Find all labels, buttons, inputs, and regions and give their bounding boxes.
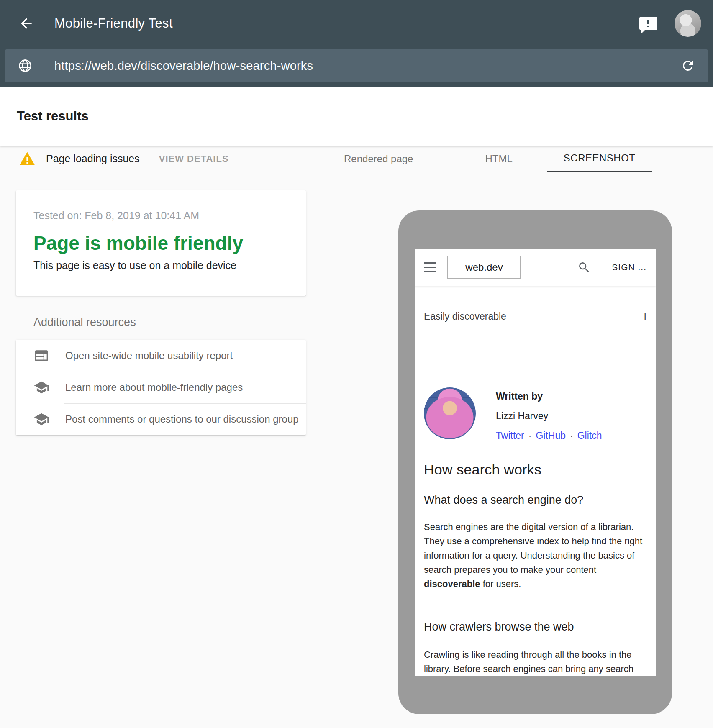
resource-discussion-group[interactable]: Post comments or questions to our discus… <box>16 403 306 435</box>
school-icon <box>33 411 49 427</box>
author-avatar <box>424 387 476 439</box>
author-name: Lizzi Harvey <box>496 410 602 422</box>
article-title: How search works <box>424 461 646 478</box>
left-panel: Page loading issues VIEW DETAILS Tested … <box>0 146 322 728</box>
feedback-icon <box>639 17 657 30</box>
issues-label: Page loading issues <box>46 153 140 165</box>
resource-label: Post comments or questions to our discus… <box>65 413 299 425</box>
result-card: Tested on: Feb 8, 2019 at 10:41 AM Page … <box>16 190 306 296</box>
tested-on-timestamp: Tested on: Feb 8, 2019 at 10:41 AM <box>33 210 288 222</box>
hamburger-menu-icon <box>424 262 436 272</box>
article: How search works What does a search engi… <box>415 461 656 676</box>
globe-icon <box>18 58 33 73</box>
school-icon <box>33 379 49 395</box>
tab-rendered-page[interactable]: Rendered page <box>339 146 418 172</box>
section-heading: How crawlers browse the web <box>424 620 646 633</box>
tab-screenshot[interactable]: SCREENSHOT <box>547 146 652 172</box>
resources-card: Open site-wide mobile usability report L… <box>16 340 306 435</box>
resource-label: Open site-wide mobile usability report <box>65 350 233 361</box>
section-body: Crawling is like reading through all the… <box>424 648 646 676</box>
app-bar: Mobile-Friendly Test https://web.dev/dis… <box>0 0 713 87</box>
refresh-button[interactable] <box>680 58 695 73</box>
github-link: GitHub <box>536 430 566 441</box>
additional-resources-heading: Additional resources <box>33 316 322 329</box>
main-area: Page loading issues VIEW DETAILS Tested … <box>0 146 713 728</box>
url-bar[interactable]: https://web.dev/discoverable/how-search-… <box>5 49 708 82</box>
feedback-button[interactable] <box>639 17 657 30</box>
link-separator: · <box>528 430 532 441</box>
author-links: Twitter·GitHub·Glitch <box>496 430 602 441</box>
verdict-description: This page is easy to use on a mobile dev… <box>33 259 288 272</box>
page-loading-issues-row: Page loading issues VIEW DETAILS <box>0 146 322 172</box>
screenshot-site-header: web.dev SIGN ... <box>415 249 656 286</box>
phone-screenshot: web.dev SIGN ... Easily discoverable I W… <box>415 249 656 676</box>
warning-triangle-icon <box>19 151 36 167</box>
link-separator: · <box>570 430 573 441</box>
phone-mockup: web.dev SIGN ... Easily discoverable I W… <box>398 210 672 714</box>
tab-html[interactable]: HTML <box>480 146 517 172</box>
results-band: Test results <box>0 87 713 146</box>
usability-report-icon <box>33 348 49 364</box>
glitch-link: Glitch <box>577 430 602 441</box>
refresh-icon <box>680 58 695 73</box>
app-bar-top-row: Mobile-Friendly Test <box>0 0 713 47</box>
resource-label: Learn more about mobile-friendly pages <box>65 382 243 393</box>
sign-in-label: SIGN ... <box>612 262 646 272</box>
right-panel: Rendered page HTML SCREENSHOT web.dev SI… <box>322 146 713 728</box>
back-arrow-icon <box>18 15 34 31</box>
page-title: Test results <box>17 109 89 124</box>
back-button[interactable] <box>18 15 34 31</box>
resource-usability-report[interactable]: Open site-wide mobile usability report <box>16 340 306 372</box>
app-title: Mobile-Friendly Test <box>54 16 173 31</box>
webdev-logo: web.dev <box>447 256 521 279</box>
breadcrumb-right-glyph: I <box>644 311 646 322</box>
url-text: https://web.dev/discoverable/how-search-… <box>54 59 680 73</box>
user-avatar[interactable] <box>675 10 701 37</box>
section-heading: What does a search engine do? <box>424 494 646 507</box>
section-body: Search engines are the digital version o… <box>424 520 646 591</box>
author-info: Written by Lizzi Harvey Twitter·GitHub·G… <box>496 387 602 441</box>
view-details-button[interactable]: VIEW DETAILS <box>159 154 229 164</box>
written-by-label: Written by <box>496 391 602 402</box>
twitter-link: Twitter <box>496 430 524 441</box>
author-block: Written by Lizzi Harvey Twitter·GitHub·G… <box>415 387 656 441</box>
resource-learn-more[interactable]: Learn more about mobile-friendly pages <box>16 372 306 403</box>
search-icon <box>577 261 591 274</box>
breadcrumb-label: Easily discoverable <box>424 311 506 322</box>
verdict-title: Page is mobile friendly <box>33 232 288 254</box>
breadcrumb: Easily discoverable I <box>415 311 656 322</box>
tabs-row: Rendered page HTML SCREENSHOT <box>322 146 713 172</box>
